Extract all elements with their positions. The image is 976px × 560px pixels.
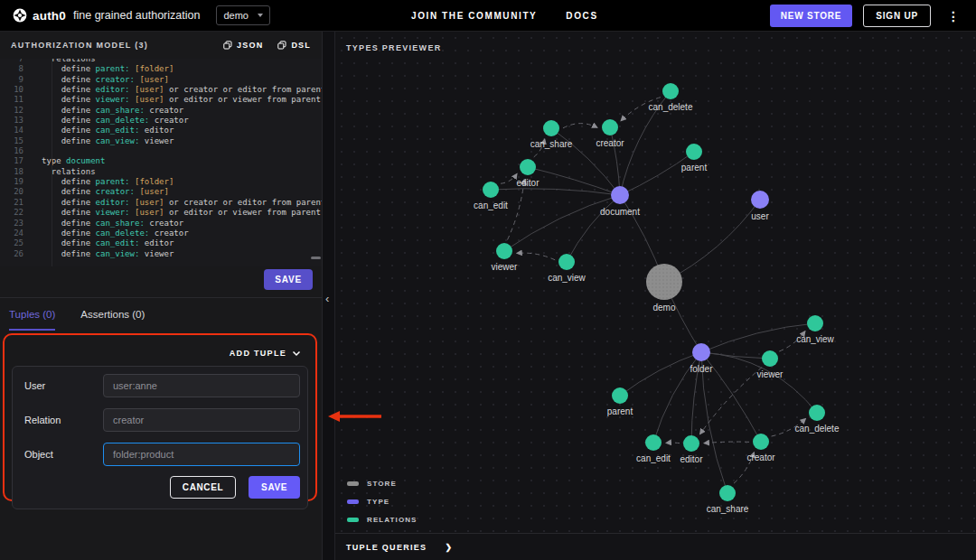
model-panel-header: AUTHORIZATION MODEL (3) JSON DSL: [0, 32, 322, 59]
edge-demo-user: [664, 200, 760, 282]
node-label-d_can_share: can_share: [530, 139, 573, 149]
node-label-f_can_share: can_share: [707, 504, 749, 514]
code-line: 14 define can_edit: editor: [0, 126, 322, 135]
edge-f_creator-f_editor: [704, 442, 749, 443]
edge-d_can_edit-d_editor: [501, 173, 517, 183]
node-folder[interactable]: [692, 343, 710, 361]
json-toggle-button[interactable]: JSON: [223, 41, 263, 50]
code-line: 16: [0, 146, 322, 156]
node-d_can_delete[interactable]: [662, 83, 679, 99]
line-number: 9: [0, 75, 31, 85]
editor-scrollbar[interactable]: [311, 257, 321, 259]
node-user[interactable]: [751, 191, 769, 209]
brand: auth0 fine grained authorization: [0, 8, 200, 23]
tuple-queries-bar[interactable]: TUPLE QUERIES ❯: [335, 533, 976, 560]
node-label-f_editor: editor: [680, 454, 703, 464]
edge-document-d_editor: [528, 167, 620, 195]
legend-swatch: [347, 481, 359, 486]
node-f_can_edit[interactable]: [645, 434, 662, 451]
legend-swatch: [347, 499, 359, 504]
indent-guide: [52, 59, 52, 266]
line-number: 17: [0, 156, 31, 166]
model-view-toggles: JSON DSL: [223, 41, 311, 50]
node-f_can_share[interactable]: [719, 485, 736, 501]
node-d_can_share[interactable]: [543, 120, 559, 136]
tab-assertions[interactable]: Assertions (0): [80, 298, 145, 331]
tab-tuples[interactable]: Tuples (0): [9, 298, 55, 331]
node-f_can_view[interactable]: [807, 315, 823, 331]
line-number: 26: [0, 249, 31, 259]
node-d_can_edit[interactable]: [483, 182, 499, 198]
node-document[interactable]: [611, 186, 629, 204]
tuple-queries-label: TUPLE QUERIES: [346, 543, 427, 552]
line-number: 21: [0, 198, 31, 208]
code-line: 18 relations: [0, 167, 322, 177]
line-number: 15: [0, 136, 31, 146]
node-label-d_editor: editor: [516, 178, 540, 188]
node-label-f_viewer: viewer: [757, 369, 784, 379]
code-line: 20 define creator: [user]: [0, 187, 322, 197]
field-label-user: User: [24, 380, 103, 391]
chevron-down-icon: [258, 14, 263, 17]
node-f_viewer[interactable]: [762, 350, 778, 367]
node-demo[interactable]: [646, 264, 682, 300]
graph-legend: STORETYPERELATIONS: [347, 480, 418, 524]
sign-up-button[interactable]: SIGN UP: [863, 5, 931, 27]
line-number: 20: [0, 187, 31, 197]
tuple-save-button[interactable]: SAVE: [249, 476, 300, 499]
node-d_can_view[interactable]: [558, 254, 575, 270]
node-label-f_creator: creator: [746, 453, 775, 462]
node-d_editor[interactable]: [520, 159, 536, 175]
line-number: 24: [0, 229, 31, 238]
relation-input[interactable]: [103, 408, 300, 432]
code-line: 15 define can_view: viewer: [0, 136, 322, 146]
node-label-d_parent: parent: [681, 163, 708, 173]
object-input[interactable]: [103, 443, 300, 466]
line-number: 19: [0, 177, 31, 187]
node-d_viewer[interactable]: [496, 243, 512, 259]
code-text: define viewer: [user] or editor or viewe…: [31, 208, 321, 218]
collapse-panel-icon[interactable]: ‹: [325, 292, 329, 305]
user-input[interactable]: [103, 374, 300, 397]
add-tuple-toggle[interactable]: ADD TUPLE: [5, 342, 315, 364]
annotation-arrow: [327, 410, 383, 426]
node-label-demo: demo: [652, 303, 675, 313]
dsl-toggle-button[interactable]: DSL: [277, 41, 311, 50]
node-f_editor[interactable]: [683, 435, 699, 452]
edge-document-d_viewer: [504, 195, 620, 251]
code-editor[interactable]: 7 relations8 define parent: [folder]9 de…: [0, 59, 322, 266]
code-text: define can_delete: creator: [31, 229, 189, 238]
dsl-toggle-label: DSL: [291, 41, 311, 50]
line-number: 14: [0, 126, 31, 135]
line-number: 12: [0, 106, 31, 116]
types-previewer-panel: TYPES PREVIEWER can_deletecreatorcan_sha…: [335, 32, 976, 560]
auth0-logo-icon: [13, 8, 27, 23]
form-rows: UserRelationObject: [13, 369, 307, 471]
legend-item-type: TYPE: [347, 498, 418, 506]
topbar: auth0 fine grained authorization demo JO…: [0, 0, 976, 32]
node-d_parent[interactable]: [686, 144, 702, 160]
node-f_creator[interactable]: [753, 434, 769, 450]
nav-item-docs[interactable]: DOCS: [566, 11, 597, 21]
code-lines: 7 relations8 define parent: [folder]9 de…: [0, 59, 322, 259]
nav-item-join-the-community[interactable]: JOIN THE COMMUNITY: [411, 11, 537, 21]
line-number: 16: [0, 146, 31, 156]
cancel-button[interactable]: CANCEL: [170, 476, 236, 499]
code-line: 17type document: [0, 156, 322, 166]
line-number: 22: [0, 208, 31, 218]
code-line: 23 define can_share: creator: [0, 219, 322, 229]
node-f_can_delete[interactable]: [809, 405, 825, 421]
kebab-menu-icon[interactable]: ⋮: [942, 10, 965, 23]
model-save-button[interactable]: SAVE: [264, 269, 313, 290]
store-dropdown[interactable]: demo: [216, 5, 270, 25]
previewer-title: TYPES PREVIEWER: [346, 43, 442, 52]
edge-d_can_share-d_creator: [563, 124, 597, 128]
node-label-f_can_view: can_view: [796, 334, 834, 344]
code-text: type document: [31, 156, 105, 166]
node-d_creator[interactable]: [602, 119, 618, 135]
new-store-button[interactable]: NEW STORE: [770, 5, 853, 27]
node-f_parent[interactable]: [612, 387, 628, 404]
field-label-object: Object: [24, 449, 103, 460]
types-graph[interactable]: can_deletecreatorcan_shareparenteditorca…: [335, 32, 976, 560]
code-text: define editor: [user] or creator or edit…: [31, 198, 322, 208]
